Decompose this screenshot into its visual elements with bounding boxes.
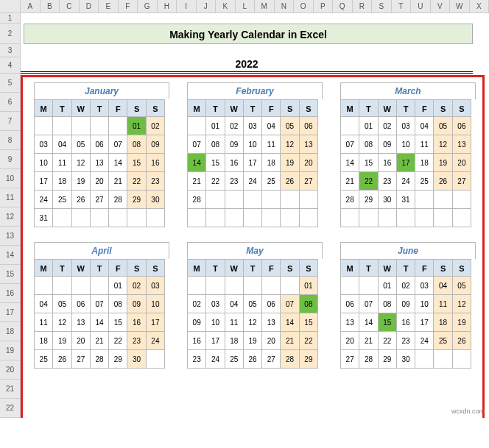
day-cell[interactable] xyxy=(146,208,165,227)
day-cell[interactable]: 15 xyxy=(108,313,127,332)
day-cell[interactable]: 26 xyxy=(52,349,71,369)
day-cell[interactable]: 26 xyxy=(71,190,91,209)
day-cell[interactable]: 18 xyxy=(34,331,53,350)
day-cell[interactable]: 16 xyxy=(127,313,146,332)
day-cell[interactable]: 07 xyxy=(108,135,127,154)
day-cell[interactable]: 12 xyxy=(452,294,471,313)
day-cell[interactable]: 21 xyxy=(108,171,127,191)
day-cell[interactable]: 12 xyxy=(280,135,299,154)
day-cell[interactable]: 13 xyxy=(299,135,318,154)
column-header[interactable]: T xyxy=(392,0,412,13)
day-cell[interactable]: 25 xyxy=(52,190,71,209)
column-header[interactable]: F xyxy=(119,0,138,13)
day-cell[interactable]: 13 xyxy=(261,313,281,332)
day-cell[interactable]: 01 xyxy=(127,116,146,135)
day-cell[interactable]: 27 xyxy=(90,190,109,209)
day-cell[interactable]: 15 xyxy=(205,153,225,172)
day-cell[interactable]: 13 xyxy=(452,135,471,154)
day-cell[interactable]: 30 xyxy=(146,190,165,209)
day-cell[interactable] xyxy=(280,276,299,295)
day-cell[interactable]: 29 xyxy=(299,349,318,369)
day-cell[interactable] xyxy=(90,116,109,135)
day-cell[interactable]: 28 xyxy=(340,190,359,209)
day-cell[interactable] xyxy=(205,208,225,227)
day-cell[interactable]: 13 xyxy=(90,153,109,172)
day-cell[interactable] xyxy=(280,208,299,227)
day-cell[interactable] xyxy=(205,190,225,209)
row-header[interactable]: 5 xyxy=(0,74,21,93)
day-cell[interactable]: 14 xyxy=(90,313,109,332)
day-cell[interactable]: 25 xyxy=(415,171,434,191)
day-cell[interactable]: 02 xyxy=(225,116,244,135)
day-cell[interactable]: 25 xyxy=(225,349,244,369)
day-cell[interactable] xyxy=(34,116,53,135)
day-cell[interactable]: 17 xyxy=(415,313,434,332)
day-cell[interactable]: 26 xyxy=(280,171,299,191)
day-cell[interactable]: 13 xyxy=(71,313,91,332)
day-cell[interactable]: 10 xyxy=(243,135,262,154)
day-cell[interactable]: 30 xyxy=(396,349,415,369)
day-cell[interactable]: 09 xyxy=(146,135,165,154)
day-cell[interactable]: 03 xyxy=(34,135,53,154)
day-cell[interactable]: 04 xyxy=(433,276,452,295)
day-cell[interactable]: 25 xyxy=(261,171,281,191)
column-header[interactable]: A xyxy=(21,0,41,13)
day-cell[interactable]: 18 xyxy=(225,331,244,350)
column-header[interactable]: B xyxy=(41,0,60,13)
day-cell[interactable] xyxy=(299,190,318,209)
row-header[interactable]: 7 xyxy=(0,112,21,131)
day-cell[interactable]: 22 xyxy=(127,171,146,191)
row-header[interactable]: 4 xyxy=(0,57,21,74)
day-cell[interactable] xyxy=(146,349,165,369)
day-cell[interactable] xyxy=(433,208,452,227)
day-cell[interactable]: 28 xyxy=(108,190,127,209)
day-cell[interactable]: 17 xyxy=(146,313,165,332)
day-cell[interactable]: 18 xyxy=(261,153,281,172)
day-cell[interactable] xyxy=(34,276,53,295)
day-cell[interactable]: 23 xyxy=(378,171,397,191)
row-header[interactable]: 3 xyxy=(0,44,21,57)
day-cell[interactable]: 12 xyxy=(52,313,71,332)
day-cell[interactable]: 16 xyxy=(146,153,165,172)
day-cell[interactable]: 06 xyxy=(340,294,359,313)
column-header[interactable]: J xyxy=(197,0,217,13)
day-cell[interactable] xyxy=(71,116,91,135)
day-cell[interactable]: 16 xyxy=(378,153,397,172)
day-cell[interactable]: 23 xyxy=(146,171,165,191)
column-header[interactable]: S xyxy=(372,0,392,13)
column-header[interactable]: H xyxy=(158,0,177,13)
column-header[interactable]: P xyxy=(314,0,334,13)
row-header[interactable]: 8 xyxy=(0,131,21,150)
day-cell[interactable]: 11 xyxy=(433,294,452,313)
column-header[interactable]: V xyxy=(431,0,451,13)
day-cell[interactable]: 21 xyxy=(90,331,109,350)
day-cell[interactable]: 21 xyxy=(187,171,206,191)
day-cell[interactable] xyxy=(225,276,244,295)
day-cell[interactable] xyxy=(452,208,471,227)
day-cell[interactable] xyxy=(452,190,471,209)
day-cell[interactable]: 01 xyxy=(299,276,318,295)
day-cell[interactable]: 18 xyxy=(433,313,452,332)
day-cell[interactable] xyxy=(90,276,109,295)
day-cell[interactable]: 07 xyxy=(359,294,378,313)
day-cell[interactable]: 03 xyxy=(243,116,262,135)
day-cell[interactable]: 26 xyxy=(433,171,452,191)
day-cell[interactable]: 22 xyxy=(359,171,378,191)
day-cell[interactable]: 25 xyxy=(34,349,53,369)
day-cell[interactable]: 14 xyxy=(359,313,378,332)
day-cell[interactable]: 25 xyxy=(433,331,452,350)
day-cell[interactable]: 10 xyxy=(34,153,53,172)
day-cell[interactable]: 06 xyxy=(299,116,318,135)
day-cell[interactable]: 01 xyxy=(108,276,127,295)
day-cell[interactable]: 06 xyxy=(452,116,471,135)
day-cell[interactable]: 24 xyxy=(243,171,262,191)
day-cell[interactable]: 21 xyxy=(280,331,299,350)
column-header[interactable]: U xyxy=(411,0,431,13)
day-cell[interactable]: 22 xyxy=(108,331,127,350)
day-cell[interactable]: 20 xyxy=(452,153,471,172)
day-cell[interactable]: 04 xyxy=(225,294,244,313)
day-cell[interactable]: 10 xyxy=(146,294,165,313)
column-header[interactable]: E xyxy=(99,0,119,13)
day-cell[interactable]: 01 xyxy=(378,276,397,295)
day-cell[interactable]: 05 xyxy=(71,135,91,154)
